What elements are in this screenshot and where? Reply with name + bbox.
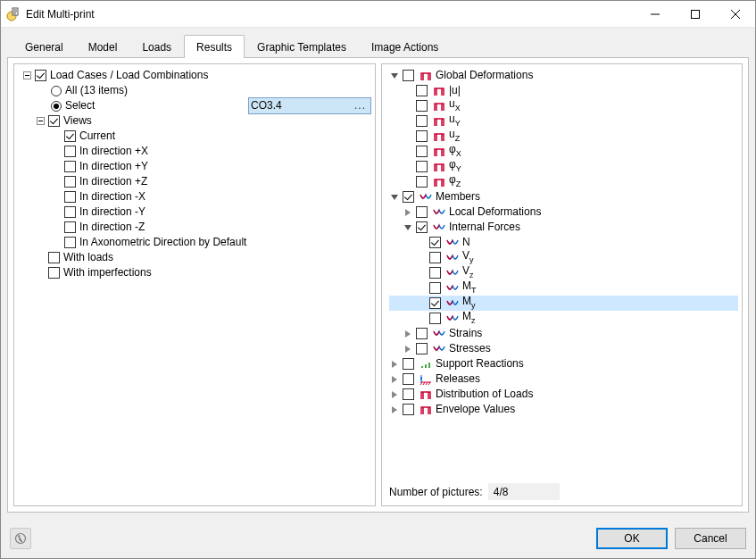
checkbox[interactable] (64, 146, 76, 157)
checkbox[interactable] (403, 373, 414, 385)
tree-item-strains[interactable]: Strains (389, 326, 738, 341)
tree-item-if-1[interactable]: Vy (389, 250, 738, 265)
chevron-right-icon[interactable] (389, 405, 400, 415)
tab-results[interactable]: Results (184, 35, 245, 58)
minimize-button[interactable] (635, 1, 675, 27)
tab-graphic-templates[interactable]: Graphic Templates (245, 35, 359, 58)
checkbox[interactable] (416, 176, 428, 188)
tree-item-load-cases[interactable]: Load Cases / Load Combinations (21, 68, 371, 83)
tree-item-select[interactable]: Select CO3.4... (21, 98, 371, 113)
tree-item-if-4[interactable]: My (389, 296, 738, 311)
tree-item-with-loads[interactable]: With loads (21, 250, 371, 265)
cancel-button[interactable]: Cancel (675, 528, 746, 549)
tree-item-gd-3[interactable]: uZ (389, 129, 738, 144)
radio[interactable] (51, 101, 62, 112)
collapse-icon[interactable] (35, 116, 46, 127)
tree-item-global-deformations[interactable]: Global Deformations (389, 68, 738, 83)
chevron-down-icon[interactable] (403, 222, 413, 233)
collapse-icon[interactable] (21, 71, 32, 81)
tree-item-members[interactable]: Members (389, 189, 738, 204)
tree-item-if-0[interactable]: N (389, 235, 738, 250)
tree-item-releases[interactable]: Releases (389, 371, 738, 387)
tree-item-view-1[interactable]: In direction +X (21, 144, 371, 159)
chevron-right-icon[interactable] (389, 374, 400, 385)
tree-item-if-5[interactable]: Mz (389, 311, 738, 326)
tab-loads[interactable]: Loads (129, 35, 184, 58)
chevron-right-icon[interactable] (389, 359, 400, 370)
tree-item-views[interactable]: Views (21, 113, 371, 129)
checkbox[interactable] (64, 206, 76, 218)
checkbox[interactable] (416, 161, 428, 172)
checkbox[interactable] (429, 282, 441, 294)
tab-model[interactable]: Model (76, 35, 130, 58)
tree-item-gd-2[interactable]: uY (389, 113, 738, 129)
tree-item-gd-6[interactable]: φZ (389, 174, 738, 189)
checkbox[interactable] (416, 115, 428, 127)
checkbox[interactable] (48, 252, 60, 263)
tree-item-internal-forces[interactable]: Internal Forces (389, 220, 738, 235)
tree-item-gd-1[interactable]: uX (389, 98, 738, 113)
checkbox[interactable] (416, 100, 428, 112)
checkbox[interactable] (403, 404, 414, 415)
chevron-down-icon[interactable] (389, 71, 400, 81)
tree-item-gd-5[interactable]: φY (389, 159, 738, 174)
help-button[interactable] (10, 528, 31, 549)
checkbox[interactable] (416, 221, 428, 233)
checkbox[interactable] (64, 176, 76, 188)
checkbox[interactable] (403, 191, 414, 203)
tree-item-view-0[interactable]: Current (21, 129, 371, 144)
tree-item-view-2[interactable]: In direction +Y (21, 159, 371, 174)
checkbox[interactable] (429, 252, 441, 263)
chevron-down-icon[interactable] (389, 192, 400, 203)
tree-item-envelope[interactable]: Envelope Values (389, 402, 738, 417)
checkbox[interactable] (403, 358, 414, 370)
checkbox[interactable] (416, 328, 428, 339)
chevron-right-icon[interactable] (403, 329, 413, 339)
tree-item-view-7[interactable]: In Axonometric Direction by Default (21, 235, 371, 250)
checkbox[interactable] (429, 297, 441, 309)
tree-item-with-imperfections[interactable]: With imperfections (21, 265, 371, 280)
checkbox[interactable] (403, 70, 414, 81)
tree-item-support[interactable]: Support Reactions (389, 356, 738, 371)
ellipsis-icon[interactable]: ... (352, 98, 369, 113)
chevron-right-icon[interactable] (403, 344, 413, 355)
checkbox[interactable] (64, 191, 76, 203)
checkbox[interactable] (48, 115, 60, 127)
tree-item-stresses[interactable]: Stresses (389, 341, 738, 356)
tab-general[interactable]: General (12, 35, 76, 58)
tree-item-gd-0[interactable]: |u| (389, 83, 738, 98)
tree-item-view-5[interactable]: In direction -Y (21, 204, 371, 220)
checkbox[interactable] (64, 221, 76, 233)
checkbox[interactable] (416, 130, 428, 142)
radio[interactable] (51, 86, 62, 96)
checkbox[interactable] (403, 388, 414, 400)
tree-item-local-def[interactable]: Local Deformations (389, 204, 738, 220)
checkbox[interactable] (429, 237, 441, 248)
ok-button[interactable]: OK (596, 528, 668, 549)
tree-item-view-3[interactable]: In direction +Z (21, 174, 371, 189)
checkbox[interactable] (416, 206, 428, 218)
tree-item-view-6[interactable]: In direction -Z (21, 220, 371, 235)
checkbox[interactable] (35, 70, 46, 81)
checkbox[interactable] (416, 85, 428, 96)
checkbox[interactable] (64, 130, 76, 142)
tree-item-gd-4[interactable]: φX (389, 144, 738, 159)
close-button[interactable] (715, 1, 755, 27)
checkbox[interactable] (64, 161, 76, 172)
checkbox[interactable] (416, 343, 428, 355)
load-case-picker[interactable]: CO3.4... (248, 97, 371, 114)
checkbox[interactable] (64, 237, 76, 248)
checkbox[interactable] (416, 146, 428, 157)
chevron-right-icon[interactable] (389, 389, 400, 400)
tree-item-if-3[interactable]: MT (389, 280, 738, 296)
tree-item-view-4[interactable]: In direction -X (21, 189, 371, 204)
tab-image-actions[interactable]: Image Actions (359, 35, 451, 58)
checkbox[interactable] (48, 267, 60, 279)
chevron-right-icon[interactable] (403, 207, 413, 218)
maximize-button[interactable] (675, 1, 715, 27)
checkbox[interactable] (429, 267, 441, 279)
tree-item-all[interactable]: All (13 items) (21, 83, 371, 98)
tree-item-distribution[interactable]: Distribution of Loads (389, 387, 738, 402)
checkbox[interactable] (429, 313, 441, 324)
tree-item-if-2[interactable]: Vz (389, 265, 738, 280)
